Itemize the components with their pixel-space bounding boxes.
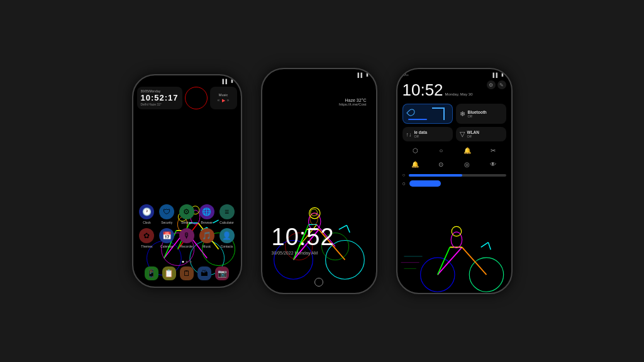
- dot-2: [186, 261, 188, 263]
- phone-2: ▌▌ ▮ ⛈ Haze 32°C https://t.me/Cost: [261, 68, 377, 294]
- app-clock[interactable]: 🕐 Clock: [139, 204, 154, 224]
- icon-vibrate[interactable]: 🔔: [409, 158, 421, 170]
- app-music[interactable]: 🎵 Music: [199, 228, 214, 248]
- top-widgets-1: 30/05/Monday 10:52:17 Delhi Haze 32° Mus…: [137, 87, 237, 109]
- icon-eye[interactable]: 👁: [487, 158, 499, 170]
- app-calendar[interactable]: 📅 Calendar: [159, 228, 174, 248]
- icon-grid-row-1: ⬡ ○ 🔔 ✂: [402, 145, 506, 156]
- dock-1: 📱 📋 🗒 🏔 📷: [133, 266, 241, 280]
- mobiledata-tile[interactable]: ↑↓ le data Off: [402, 127, 453, 141]
- next-icon[interactable]: »: [227, 98, 230, 103]
- time-display: 10:52:17: [141, 93, 179, 102]
- svg-line-46: [488, 242, 491, 250]
- battery-icon-3: ▮: [501, 72, 504, 77]
- water-tile[interactable]: [402, 104, 453, 124]
- brightness-track[interactable]: [409, 174, 506, 177]
- mobiledata-content: le data Off: [414, 130, 428, 138]
- blue-pill-button[interactable]: [409, 180, 441, 187]
- music-app-label: Music: [203, 244, 211, 248]
- phone-3-screen: SA+ ▌▌ ▮ 10:52 Monday, May 30 ⚙ ✎: [397, 69, 511, 293]
- dock-icon-4[interactable]: 🏔: [197, 266, 211, 280]
- status-bar-1: ▌▌ ▮: [133, 79, 241, 84]
- brightness-icon: ○: [402, 172, 406, 178]
- date-sub-2: 30/05/2022 Monday AM: [272, 251, 335, 255]
- bluetooth-tile[interactable]: ❄ Bluetooth Off: [456, 104, 506, 124]
- themes-label: Themes: [141, 244, 152, 248]
- svg-line-40: [462, 247, 486, 275]
- bracket-shape: [432, 107, 445, 120]
- edit-icon-cp[interactable]: ✎: [497, 80, 506, 89]
- signal-icon-3: ▌▌: [493, 73, 499, 77]
- time-large-2: 10:52: [272, 224, 335, 251]
- contacts-label: Contacts: [221, 244, 233, 248]
- calculator-label: Calculator: [219, 221, 234, 224]
- signal-icon-2: ▌▌: [358, 73, 364, 77]
- cp-header-right: ⚙ ✎: [487, 80, 506, 89]
- cp-time: 10:52: [402, 80, 443, 100]
- settings-label: Settings: [181, 221, 192, 224]
- dock-icon-1[interactable]: 📱: [145, 266, 158, 280]
- icon-contrast[interactable]: ⊙: [435, 158, 447, 170]
- icon-scissors[interactable]: ✂: [487, 145, 499, 156]
- bluetooth-content: Bluetooth Off: [468, 110, 487, 118]
- icon-bell[interactable]: 🔔: [462, 145, 473, 156]
- app-grid-1: 🕐 Clock 🛡 Security ⚙ Settings 🌐 Browser …: [133, 204, 241, 252]
- app-calculator[interactable]: ≡ Calculator: [219, 204, 235, 224]
- icon-location[interactable]: ○: [435, 145, 447, 156]
- settings-icon-cp[interactable]: ⚙: [487, 80, 496, 89]
- bluetooth-icon: ❄: [460, 110, 465, 118]
- home-button-2[interactable]: [314, 278, 323, 287]
- calendar-label: Calendar: [160, 244, 173, 248]
- app-contacts[interactable]: 👤 Contacts: [219, 228, 235, 248]
- app-row-1: 🕐 Clock 🛡 Security ⚙ Settings 🌐 Browser …: [137, 204, 237, 224]
- cyclists-illustration-3: [397, 192, 511, 293]
- location-label: Delhi Haze 32°: [141, 102, 179, 106]
- app-recorder[interactable]: 🎙 Recorder: [179, 228, 194, 248]
- phone-1-screen: ▌▌ ▮ 30/05/Monday 10:52:17 Delhi Haze 32…: [133, 75, 241, 287]
- bluetooth-sub: Off: [468, 114, 487, 118]
- control-tiles: ❄ Bluetooth Off ↑↓ le data Off ▽: [402, 104, 506, 141]
- wlan-name: WLAN: [467, 130, 480, 134]
- bluetooth-name: Bluetooth: [468, 110, 487, 114]
- icon-rotate[interactable]: ⬡: [409, 145, 421, 156]
- battery-icon-1: ▮: [231, 79, 233, 84]
- svg-line-39: [437, 247, 462, 275]
- dock-icon-5[interactable]: 📷: [215, 266, 229, 280]
- flashlight-icon[interactable]: ○: [402, 180, 406, 187]
- dot-1: [182, 261, 184, 263]
- brightness-fill: [409, 174, 462, 177]
- app-security[interactable]: 🛡 Security: [159, 204, 174, 224]
- blue-bar-1: [408, 119, 427, 120]
- dock-icon-3[interactable]: 🗒: [180, 266, 194, 280]
- play-icon[interactable]: ▶: [222, 98, 225, 103]
- mobiledata-name: le data: [414, 130, 428, 134]
- mobiledata-sub: Off: [414, 134, 428, 138]
- weather-text: Haze 32°C: [262, 98, 367, 102]
- brightness-row: ○: [402, 172, 506, 178]
- prev-icon[interactable]: «: [218, 98, 220, 103]
- app-themes[interactable]: ✿ Themes: [139, 228, 154, 248]
- icon-grid-row-2: 🔔 ⊙ ◎ 👁: [402, 158, 506, 170]
- clock-label: Clock: [143, 221, 151, 224]
- app-settings[interactable]: ⚙ Settings: [179, 204, 194, 224]
- status-bar-3: ▌▌ ▮: [397, 72, 511, 77]
- phone-2-screen: ▌▌ ▮ ⛈ Haze 32°C https://t.me/Cost: [262, 69, 376, 293]
- dot-3: [190, 261, 192, 263]
- datetime-widget: 30/05/Monday 10:52:17 Delhi Haze 32°: [137, 87, 182, 109]
- wlan-tile[interactable]: ▽ WLAN Off: [456, 127, 506, 141]
- wlan-sub: Off: [467, 134, 480, 138]
- icon-pin[interactable]: ◎: [462, 158, 473, 170]
- cp-header: 10:52 Monday, May 30 ⚙ ✎: [402, 80, 506, 100]
- music-label: Music: [213, 93, 234, 97]
- svg-line-45: [480, 242, 488, 247]
- cp-date: Monday, May 30: [445, 92, 473, 96]
- music-widget: Music « ▶ »: [210, 87, 237, 109]
- mobiledata-icon: ↑↓: [406, 131, 412, 138]
- dock-icon-2[interactable]: 📋: [162, 266, 176, 280]
- wlan-content: WLAN Off: [467, 130, 480, 138]
- security-label: Security: [161, 221, 172, 224]
- recorder-label: Recorder: [180, 244, 194, 248]
- app-browser[interactable]: 🌐 Browser: [199, 204, 214, 224]
- phone-1: ▌▌ ▮ 30/05/Monday 10:52:17 Delhi Haze 32…: [132, 74, 242, 288]
- phone-3: SA+ ▌▌ ▮ 10:52 Monday, May 30 ⚙ ✎: [396, 68, 513, 294]
